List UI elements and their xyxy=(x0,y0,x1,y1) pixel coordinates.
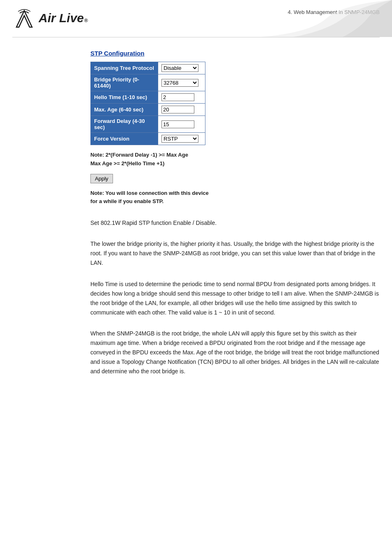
row-value-max-age[interactable] xyxy=(158,104,205,116)
table-row: Bridge Priority (0-61440) 32768 xyxy=(91,74,205,91)
bridge-priority-select[interactable]: 32768 xyxy=(161,79,198,87)
row-label-spanning-tree: Spanning Tree Protocol xyxy=(91,62,158,74)
stp-table: Spanning Tree Protocol Disable Enable Br… xyxy=(90,62,205,145)
spanning-tree-select[interactable]: Disable Enable xyxy=(161,64,198,72)
header-decoration xyxy=(261,0,392,37)
desc-bridge-priority: The lower the bridge priority is, the hi… xyxy=(90,239,380,268)
row-label-max-age: Max. Age (6-40 sec) xyxy=(91,104,158,116)
formula-line1: Note: 2*(Forward Delay -1) >= Max Age xyxy=(90,151,380,160)
row-value-spanning-tree[interactable]: Disable Enable xyxy=(158,62,205,74)
warning-note: Note: You will lose connection with this… xyxy=(90,189,380,206)
desc-max-age: When the SNMP-24MGB is the root bridge, … xyxy=(90,329,380,376)
stp-config-section: STP Configuration Spanning Tree Protocol… xyxy=(90,50,380,206)
logo-text: Air Live xyxy=(39,11,84,25)
svg-marker-0 xyxy=(16,11,32,27)
stp-section-title: STP Configuration xyxy=(90,50,380,57)
row-value-forward-delay[interactable] xyxy=(158,116,205,133)
warning-line2: for a while if you enable STP. xyxy=(90,197,380,206)
logo-reg-mark: ® xyxy=(84,18,88,23)
max-age-input[interactable] xyxy=(161,106,194,113)
forward-delay-input[interactable] xyxy=(161,120,194,128)
hello-time-input[interactable] xyxy=(161,93,194,101)
table-row: Hello Time (1-10 sec) xyxy=(91,91,205,104)
row-value-force-version[interactable]: RSTP STP xyxy=(158,133,205,145)
row-label-forward-delay: Forward Delay (4-30 sec) xyxy=(91,116,158,133)
table-row: Spanning Tree Protocol Disable Enable xyxy=(91,62,205,74)
row-label-force-version: Force Version xyxy=(91,133,158,145)
desc-hello-time: Hello Time is used to determine the peri… xyxy=(90,280,380,317)
row-value-hello-time[interactable] xyxy=(158,91,205,104)
table-row: Max. Age (6-40 sec) xyxy=(91,104,205,116)
main-content: STP Configuration Spanning Tree Protocol… xyxy=(0,37,392,400)
force-version-select[interactable]: RSTP STP xyxy=(161,135,198,143)
table-row: Forward Delay (4-30 sec) xyxy=(91,116,205,133)
row-value-bridge-priority[interactable]: 32768 xyxy=(158,74,205,91)
formula-note: Note: 2*(Forward Delay -1) >= Max Age Ma… xyxy=(90,151,380,168)
row-label-bridge-priority: Bridge Priority (0-61440) xyxy=(91,74,158,91)
formula-line2: Max Age >= 2*(Hello Time +1) xyxy=(90,160,380,168)
apply-button[interactable]: Apply xyxy=(90,174,113,183)
row-label-hello-time: Hello Time (1-10 sec) xyxy=(91,91,158,104)
page-header: Air Live ® 4. Web Management in SNMP-24M… xyxy=(0,0,392,37)
table-row: Force Version RSTP STP xyxy=(91,133,205,145)
warning-line1: Note: You will lose connection with this… xyxy=(90,189,380,198)
desc-stp-enable: Set 802.1W Rapid STP function Enable / D… xyxy=(90,218,380,228)
logo-icon xyxy=(12,7,36,29)
